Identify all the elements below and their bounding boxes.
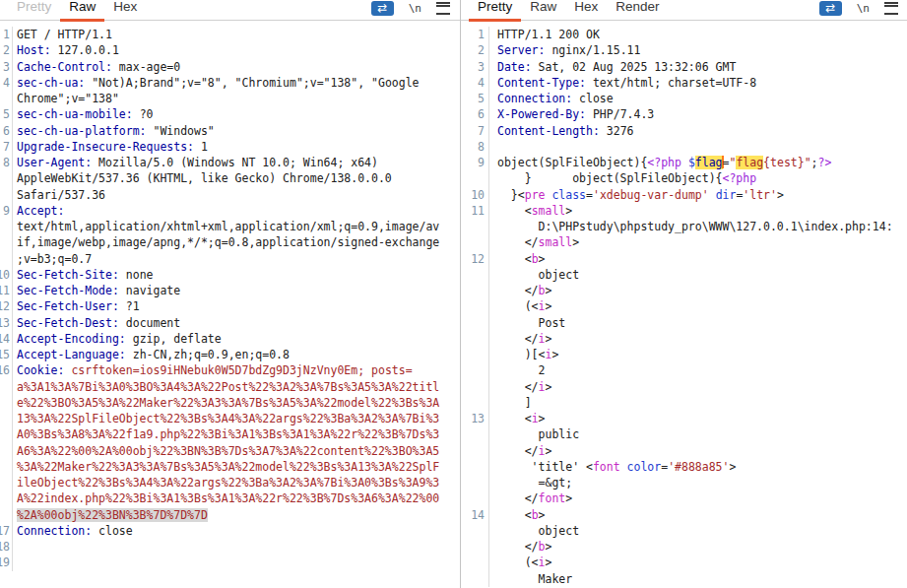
line-number (0, 379, 13, 395)
code-segment: Accept-Encoding: (17, 332, 126, 346)
code-segment: color (627, 460, 662, 474)
code-segment: b (532, 508, 539, 522)
code-segment: if,image/webp,image/apng,*/*;q=0.8,appli… (17, 235, 439, 249)
code-segment: > (545, 299, 551, 313)
line-number: 12 (0, 298, 13, 314)
code-line: 2 (461, 362, 907, 378)
line-number (461, 379, 489, 395)
line-number (0, 91, 13, 106)
code-segment: </ (497, 380, 539, 394)
line-number (0, 443, 13, 459)
code-line: 9object(SplFileObject){<?php $flag="flag… (461, 155, 907, 170)
code-line: 6X-Powered-By: PHP/7.4.3 (461, 106, 907, 122)
code-segment: document (119, 316, 180, 330)
code-segment: > (777, 188, 784, 202)
code-line: (<i> (461, 298, 907, 314)
menu-icon[interactable] (884, 2, 898, 15)
code-segment: none (119, 268, 154, 282)
code-line: 1HTTP/1.1 200 OK (461, 27, 907, 42)
code-segment: 'title' < (497, 460, 593, 474)
code-segment: object (497, 268, 579, 282)
code-segment: Cookie: (17, 363, 64, 377)
code-segment: object(SplFileObject){ (497, 156, 647, 169)
swap-arrows-icon[interactable]: ⇄ (819, 1, 842, 16)
line-number: 15 (0, 347, 13, 362)
code-segment (709, 188, 716, 202)
code-segment: ?1 (119, 299, 140, 313)
request-tab-pretty[interactable]: Pretty (8, 0, 60, 14)
line-number (0, 251, 13, 267)
code-line: 15Accept-Language: zh-CN,zh;q=0.9,en;q=0… (0, 347, 460, 362)
newline-icon[interactable]: \n (409, 2, 421, 15)
response-tabbar: Pretty Raw Hex Render ⇄ \n (461, 0, 907, 21)
code-segment: > (545, 380, 551, 394)
code-segment: > (729, 460, 736, 474)
line-number (461, 523, 489, 539)
request-tab-hex[interactable]: Hex (104, 0, 146, 14)
code-line: if,image/webp,image/apng,*/*;q=0.8,appli… (0, 234, 460, 250)
code-line: 19 (0, 555, 460, 570)
line-number (0, 395, 13, 411)
line-number: 16 (0, 362, 13, 378)
code-segment: X-Powered-By: (497, 107, 586, 121)
code-line: A6%3A%22%00%2A%00obj%22%3BN%3B%7Ds%3A7%3… (0, 443, 460, 459)
code-line: 12 <b> (461, 251, 907, 267)
code-line: %3A%22Maker%22%3A3%3A%7Bs%3A5%3A%22model… (0, 459, 460, 475)
line-number: 10 (461, 187, 489, 203)
line-number: 9 (461, 155, 489, 170)
line-number: 10 (0, 267, 13, 283)
code-line: 18 (0, 539, 460, 555)
response-tab-render[interactable]: Render (607, 0, 668, 14)
newline-icon[interactable]: \n (857, 2, 870, 15)
code-line: text/html,application/xhtml+xml,applicat… (0, 219, 460, 234)
code-segment: close (92, 524, 133, 538)
response-tab-pretty[interactable]: Pretty (469, 0, 521, 14)
code-segment: 2 (497, 363, 545, 377)
code-segment: a%3A1%3A%7Bi%3A0%3BO%3A4%3A%22Post%22%3A… (17, 380, 439, 394)
line-number: 4 (461, 75, 489, 91)
code-segment: close (572, 92, 614, 105)
code-segment: > (565, 491, 572, 505)
code-segment: A6%3A%22%00%2A%00obj%22%3BN%3B%7Ds%3A7%3… (17, 444, 439, 458)
code-line: 6sec-ch-ua-platform: "Windows" (0, 123, 460, 139)
request-toolbar: ⇄ \n (371, 1, 460, 16)
line-number (0, 426, 13, 442)
code-segment: 13%3A%22SplFileObject%22%3Bs%3A4%3A%22ar… (17, 412, 439, 425)
line-number (0, 234, 13, 250)
line-number: 7 (461, 123, 489, 139)
line-number (0, 187, 13, 203)
code-segment: sec-ch-ua-platform: (17, 124, 147, 138)
code-segment: font (539, 491, 566, 505)
line-number: 2 (461, 42, 489, 58)
code-line: 4Content-Type: text/html; charset=UTF-8 (461, 75, 907, 91)
code-segment: A0%3Bs%3A8%3A%22f1a9.php%22%3Bi%3A1%3Bs%… (17, 427, 439, 441)
menu-icon[interactable] (436, 2, 450, 15)
line-number: 18 (0, 539, 13, 555)
line-number: 17 (0, 523, 13, 539)
line-number (461, 315, 489, 331)
line-number: 14 (461, 507, 489, 523)
code-segment: $ (688, 156, 695, 169)
code-segment: <?php (722, 171, 756, 185)
code-segment: > (565, 204, 572, 218)
line-number (0, 219, 13, 234)
response-editor[interactable]: 1HTTP/1.1 200 OK2Server: nginx/1.15.113D… (461, 21, 907, 587)
line-number (461, 395, 489, 411)
code-line: 16Cookie: csrftoken=ios9iHNebuk0W5D7bdZg… (0, 362, 460, 378)
swap-arrows-icon[interactable]: ⇄ (371, 1, 394, 16)
code-segment: }< (497, 188, 525, 202)
code-line: 7Upgrade-Insecure-Requests: 1 (0, 139, 460, 155)
response-toolbar: ⇄ \n (819, 1, 907, 16)
code-segment: ; (811, 156, 818, 169)
code-line: 5Connection: close (461, 91, 907, 106)
line-number (461, 459, 489, 475)
code-segment: </ (497, 444, 539, 458)
request-tab-raw[interactable]: Raw (60, 0, 104, 14)
request-editor[interactable]: 1GET / HTTP/1.12Host: 127.0.0.13Cache-Co… (0, 21, 460, 571)
line-number: 5 (461, 91, 489, 106)
code-segment (681, 156, 688, 169)
line-number (461, 267, 489, 283)
response-tab-raw[interactable]: Raw (521, 0, 565, 14)
response-tab-hex[interactable]: Hex (565, 0, 607, 14)
code-line: 10Sec-Fetch-Site: none (0, 267, 460, 283)
